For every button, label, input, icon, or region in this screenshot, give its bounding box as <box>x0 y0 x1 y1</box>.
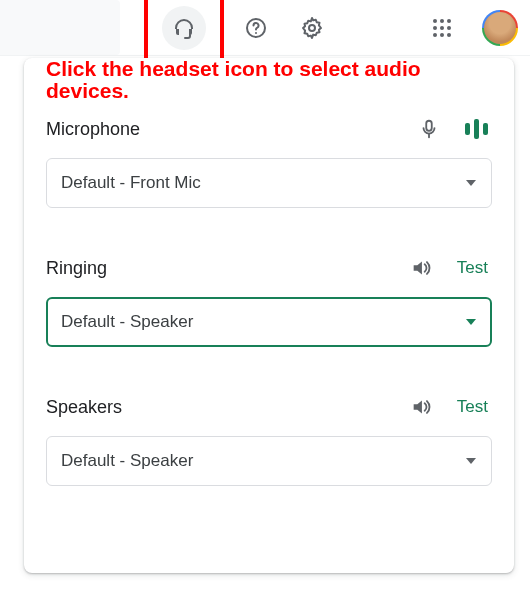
ringing-select[interactable]: Default - Speaker <box>46 297 492 347</box>
svg-point-9 <box>433 33 437 37</box>
microphone-select[interactable]: Default - Front Mic <box>46 158 492 208</box>
svg-point-10 <box>440 33 444 37</box>
ringing-title: Ringing <box>46 258 407 279</box>
svg-rect-12 <box>426 121 432 131</box>
account-avatar[interactable] <box>482 10 518 46</box>
chevron-down-icon <box>465 177 477 189</box>
apps-grid-icon <box>432 18 452 38</box>
audio-devices-button[interactable] <box>162 6 206 50</box>
speakers-select-value: Default - Speaker <box>61 451 193 471</box>
svg-point-5 <box>447 19 451 23</box>
ringing-section: Ringing Test Default - Speaker <box>24 237 514 376</box>
avatar-image <box>484 12 516 44</box>
help-icon <box>244 16 268 40</box>
microphone-header: Microphone <box>46 118 492 140</box>
help-button[interactable] <box>236 8 276 48</box>
apps-button[interactable] <box>422 8 462 48</box>
speakers-title: Speakers <box>46 397 407 418</box>
speakers-header: Speakers Test <box>46 396 492 418</box>
svg-point-7 <box>440 26 444 30</box>
ringing-header: Ringing Test <box>46 257 492 279</box>
svg-point-4 <box>440 19 444 23</box>
audio-devices-panel: Microphone Default - Front Mic Ringing <box>24 58 514 573</box>
speakers-test-button[interactable]: Test <box>457 397 488 417</box>
chevron-down-icon <box>465 455 477 467</box>
svg-point-1 <box>255 32 257 34</box>
svg-point-8 <box>447 26 451 30</box>
speaker-icon <box>407 396 435 418</box>
ringing-select-value: Default - Speaker <box>61 312 193 332</box>
microphone-icon <box>415 118 443 140</box>
microphone-title: Microphone <box>46 119 415 140</box>
ringing-test-button[interactable]: Test <box>457 258 488 278</box>
speakers-section: Speakers Test Default - Speaker <box>24 376 514 515</box>
microphone-section: Microphone Default - Front Mic <box>24 106 514 237</box>
svg-point-3 <box>433 19 437 23</box>
gear-icon <box>300 16 324 40</box>
top-toolbar <box>0 0 530 56</box>
headset-icon <box>172 16 196 40</box>
speakers-select[interactable]: Default - Speaker <box>46 436 492 486</box>
svg-point-6 <box>433 26 437 30</box>
svg-point-2 <box>309 25 315 31</box>
instruction-annotation: Click the headset icon to select audio d… <box>46 58 486 102</box>
svg-point-11 <box>447 33 451 37</box>
left-gap <box>0 0 120 55</box>
settings-button[interactable] <box>292 8 332 48</box>
microphone-select-value: Default - Front Mic <box>61 173 201 193</box>
chevron-down-icon <box>465 316 477 328</box>
microphone-level-indicator <box>465 118 488 140</box>
speaker-icon <box>407 257 435 279</box>
